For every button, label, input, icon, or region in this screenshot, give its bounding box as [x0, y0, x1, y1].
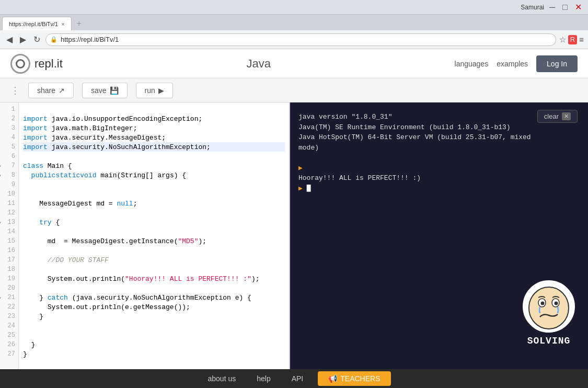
code-line-26: }: [23, 340, 285, 349]
menu-icon[interactable]: ≡: [579, 35, 584, 44]
dots-menu-button[interactable]: ⋮: [10, 85, 20, 96]
line-num-10: 10: [0, 189, 18, 199]
code-line-20: [23, 283, 285, 293]
repl-header-nav: languages examples Log In: [455, 55, 578, 72]
svg-point-3: [541, 302, 545, 305]
save-button[interactable]: save 💾: [82, 83, 128, 98]
run-button[interactable]: run ▶: [136, 83, 173, 98]
line-num-8: 8▾: [0, 170, 18, 180]
line-num-13: 13▾: [0, 218, 18, 227]
line-num-25: 25: [0, 330, 18, 340]
line-num-23: 23: [0, 312, 18, 321]
svg-point-0: [529, 287, 569, 329]
teachers-button[interactable]: 📢 TEACHERS: [318, 371, 390, 386]
code-line-23: }: [23, 312, 285, 321]
line-num-27: 27: [0, 349, 18, 359]
clear-icon: ✕: [562, 112, 571, 120]
run-label: run: [145, 86, 155, 95]
save-icon: 💾: [110, 86, 119, 95]
terminal-prompt-icon-2: ▶: [298, 185, 303, 192]
terminal-prompt-icon: ▶: [298, 164, 303, 172]
line-num-4: 4: [0, 133, 18, 142]
code-line-17: //DO YOUR STAFF: [23, 255, 285, 265]
tab-bar: https://repl.it/BiTv/1 × +: [0, 15, 588, 30]
code-area: 1 2 3 4 5 6 7▾ 8▾ 9 10 11 12 13▾ 14 15 1…: [0, 102, 289, 369]
editor-toolbar: ⋮ share ↗ save 💾 run ▶: [0, 78, 588, 102]
back-button[interactable]: ◀: [4, 33, 15, 45]
maximize-button[interactable]: □: [560, 2, 570, 13]
line-num-19: 19: [0, 274, 18, 283]
teachers-label: TEACHERS: [340, 374, 380, 383]
about-us-link[interactable]: about us: [198, 374, 247, 383]
repl-logo-text: repl.it: [34, 57, 63, 71]
login-button[interactable]: Log In: [536, 55, 578, 72]
help-link[interactable]: help: [246, 374, 281, 383]
tab-close-button[interactable]: ×: [61, 21, 64, 27]
terminal-line-6: Hooray!!! ALL is PERFECT!!! :): [298, 173, 580, 184]
code-line-16: [23, 246, 285, 255]
ssl-lock-icon: 🔒: [50, 36, 57, 43]
line-num-5: 5: [0, 142, 18, 152]
terminal-cursor-line: ▶ █: [298, 184, 580, 194]
line-num-14: 14: [0, 227, 18, 236]
address-bar[interactable]: 🔒 https://repl.it/BiTv/1: [45, 33, 556, 46]
code-line-11: MessageDigest md = null;: [23, 199, 285, 208]
minimize-button[interactable]: ─: [547, 2, 557, 13]
forward-button[interactable]: ▶: [18, 33, 28, 45]
code-text[interactable]: import java.io.UnsupportedEncodingExcept…: [19, 102, 289, 369]
code-editor[interactable]: 1 2 3 4 5 6 7▾ 8▾ 9 10 11 12 13▾ 14 15 1…: [0, 102, 290, 369]
code-line-4: import java.security.MessageDigest;: [23, 133, 285, 142]
footer: about us help API 📢 TEACHERS: [0, 369, 588, 388]
code-line-10: [23, 189, 285, 199]
code-line-22: System.out.println(e.getMessage());: [23, 302, 285, 312]
tab-label: https://repl.it/BiTv/1: [9, 21, 58, 27]
repl-header-title: Java: [63, 57, 455, 71]
repl-logo[interactable]: repl.it: [10, 54, 63, 74]
code-line-15: md = MessageDigest.getInstance("MD5");: [23, 236, 285, 246]
clear-button[interactable]: clear ✕: [537, 110, 578, 123]
terminal-cursor: █: [307, 185, 311, 192]
languages-link[interactable]: languages: [455, 60, 489, 68]
line-num-16: 16: [0, 246, 18, 255]
line-num-15: 15: [0, 236, 18, 246]
terminal-line-4: mode): [298, 143, 580, 153]
code-line-13: try {: [23, 218, 285, 227]
line-num-21: 21▾: [0, 293, 18, 302]
code-line-5: import java.security.NoSuchAlgorithmExce…: [23, 142, 285, 152]
bookmark-icon[interactable]: ☆: [559, 35, 566, 44]
repl-header: repl.it Java languages examples Log In: [0, 49, 588, 78]
close-window-button[interactable]: ✕: [573, 1, 584, 13]
extension-icon[interactable]: R: [568, 35, 577, 44]
browser-title: Samurai: [4, 4, 544, 11]
line-num-6: 6: [0, 152, 18, 161]
active-tab[interactable]: https://repl.it/BiTv/1 ×: [2, 17, 72, 30]
repl-logo-inner-circle: [16, 59, 25, 69]
code-line-6: [23, 152, 285, 161]
save-label: save: [91, 86, 107, 95]
solving-image: SOLVING: [515, 280, 583, 359]
terminal-line-2: Java(TM) SE Runtime Environment (build 1…: [298, 122, 580, 133]
repl-logo-icon: [10, 54, 30, 74]
code-line-3: import java.math.BigInteger;: [23, 123, 285, 133]
code-line-7: class Main {: [23, 161, 285, 170]
refresh-button[interactable]: ↻: [31, 33, 42, 45]
troll-face-image: [523, 280, 575, 333]
troll-face-svg: [525, 283, 572, 330]
share-icon: ↗: [59, 86, 65, 95]
line-num-12: 12: [0, 208, 18, 218]
code-line-18: [23, 265, 285, 274]
line-num-26: 26: [0, 340, 18, 349]
code-line-1: [23, 105, 285, 114]
api-link[interactable]: API: [281, 374, 314, 383]
line-num-18: 18: [0, 265, 18, 274]
examples-link[interactable]: examples: [497, 60, 528, 68]
new-tab-area[interactable]: +: [72, 17, 87, 30]
line-num-1: 1: [0, 105, 18, 114]
line-num-7: 7▾: [0, 161, 18, 170]
line-num-3: 3: [0, 123, 18, 133]
share-button[interactable]: share ↗: [28, 83, 74, 98]
browser-toolbar: ◀ ▶ ↻ 🔒 https://repl.it/BiTv/1 ☆ R ≡: [0, 30, 588, 49]
line-num-2: 2: [0, 114, 18, 123]
line-num-11: 11: [0, 199, 18, 208]
code-line-25: [23, 330, 285, 340]
